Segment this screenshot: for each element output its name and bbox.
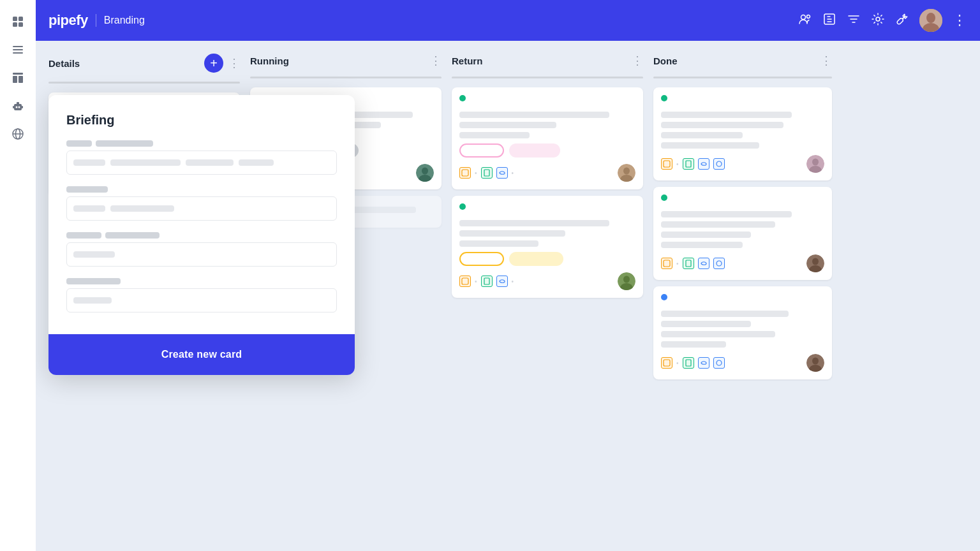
column-title-running: Running (250, 55, 425, 66)
svg-rect-0 (13, 17, 17, 21)
field-input-2[interactable] (66, 196, 337, 221)
svg-rect-63 (686, 360, 691, 366)
create-new-card-button[interactable]: Create new card (48, 334, 355, 375)
more: • (512, 278, 514, 285)
icon-green[interactable] (683, 357, 694, 369)
icon-blue-2[interactable] (713, 258, 725, 269)
card-return-2[interactable]: • • (452, 196, 643, 298)
icon-orange[interactable] (661, 258, 672, 269)
dot: • (475, 278, 477, 285)
skel (459, 220, 609, 226)
icon-green[interactable] (683, 258, 694, 269)
icon-orange[interactable] (661, 158, 672, 170)
card-avatar (416, 164, 434, 182)
sidebar-icon-table[interactable] (6, 66, 29, 89)
user-avatar[interactable] (919, 9, 942, 32)
field-input-4[interactable] (66, 288, 337, 312)
card-return-1[interactable]: • • (452, 87, 643, 189)
svg-rect-10 (14, 104, 22, 110)
card-done-2[interactable]: • (653, 187, 832, 280)
card-avatar (618, 272, 635, 290)
icon-blue[interactable] (698, 258, 709, 269)
export-icon[interactable] (822, 12, 836, 29)
icon-orange[interactable] (661, 357, 672, 369)
card-icons: • • (459, 167, 514, 179)
settings-icon[interactable] (871, 12, 885, 29)
add-card-button-details[interactable]: + (204, 54, 223, 73)
more-icon[interactable]: ⋮ (953, 12, 967, 29)
icon-orange[interactable] (459, 276, 471, 287)
column-underline-running (250, 77, 442, 78)
svg-rect-57 (686, 260, 691, 267)
more: • (512, 170, 514, 177)
board: Details + ⋮ (36, 41, 980, 551)
sidebar-icon-grid[interactable] (6, 10, 29, 33)
users-icon[interactable] (798, 12, 812, 29)
skel (661, 221, 775, 228)
sidebar-icon-globe[interactable] (6, 122, 29, 145)
column-menu-details[interactable]: ⋮ (228, 56, 240, 70)
board-title: Branding (104, 15, 145, 26)
input-skel (73, 297, 112, 304)
icon-orange[interactable] (459, 167, 471, 179)
column-header-done: Done ⋮ (653, 54, 832, 68)
sidebar-icon-bot[interactable] (6, 94, 29, 117)
wrench-icon[interactable] (895, 12, 909, 29)
icon-blue-2[interactable] (713, 158, 725, 170)
svg-rect-41 (484, 170, 489, 176)
filter-icon[interactable] (847, 12, 861, 29)
card-icons: • • (459, 276, 514, 287)
field-input-1[interactable] (66, 151, 337, 175)
svg-point-19 (801, 15, 806, 19)
header-actions: ⋮ (798, 9, 967, 32)
dot-green (661, 95, 667, 101)
briefing-panel: Briefing (48, 95, 355, 375)
icon-green[interactable] (481, 167, 493, 179)
icon-blue[interactable] (698, 357, 709, 369)
pill-yellow-outline (459, 252, 504, 266)
svg-point-38 (422, 168, 428, 175)
icon-blue[interactable] (496, 167, 508, 179)
label-skel (105, 232, 160, 239)
svg-rect-62 (664, 360, 670, 366)
svg-point-13 (19, 107, 20, 108)
input-skel (73, 159, 105, 166)
svg-rect-15 (22, 106, 23, 108)
skel (459, 132, 530, 138)
label-skel (66, 232, 101, 239)
card-footer: • (661, 354, 824, 372)
skel (661, 311, 789, 317)
svg-rect-40 (462, 170, 468, 176)
skel (661, 112, 792, 118)
sidebar-icon-list[interactable] (6, 38, 29, 61)
column-title-return: Return (452, 55, 627, 66)
svg-rect-45 (462, 278, 468, 284)
dot: • (676, 260, 679, 267)
briefing-body: Briefing (48, 95, 355, 334)
icon-green[interactable] (683, 158, 694, 170)
skel (661, 321, 751, 327)
pill-pink (509, 143, 560, 158)
column-menu-running[interactable]: ⋮ (430, 54, 442, 68)
svg-point-54 (812, 159, 819, 166)
icon-blue-2[interactable] (713, 357, 725, 369)
card-dots (661, 294, 824, 305)
icon-green[interactable] (481, 276, 493, 287)
icon-blue[interactable] (698, 158, 709, 170)
card-pills (459, 143, 635, 158)
card-done-1[interactable]: • (653, 87, 832, 180)
skel (661, 132, 743, 138)
svg-rect-2 (13, 22, 17, 27)
skel (459, 230, 565, 237)
svg-rect-1 (19, 17, 23, 21)
column-menu-done[interactable]: ⋮ (820, 54, 832, 68)
svg-rect-4 (13, 46, 23, 47)
svg-point-48 (623, 276, 630, 283)
label-skel (66, 278, 121, 284)
svg-point-43 (623, 168, 630, 175)
field-input-3[interactable] (66, 242, 337, 267)
card-done-3[interactable]: • (653, 286, 832, 379)
icon-blue[interactable] (496, 276, 508, 287)
svg-point-12 (16, 107, 18, 108)
column-menu-return[interactable]: ⋮ (632, 54, 643, 68)
